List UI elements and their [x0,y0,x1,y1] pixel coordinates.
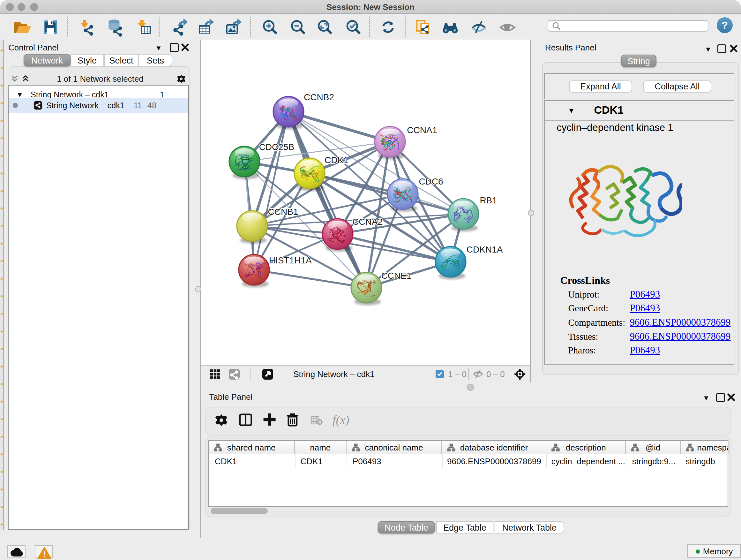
svg-text:CDK1: CDK1 [325,155,348,165]
svg-text:CCNA1: CCNA1 [407,125,437,135]
svg-text:CDC25B: CDC25B [259,142,294,152]
svg-text:CDKN1A: CDKN1A [467,245,503,254]
svg-text:CCNE1: CCNE1 [381,271,411,281]
svg-text:1 – 0: 1 – 0 [448,369,467,379]
svg-text:CCNB1: CCNB1 [268,207,298,217]
svg-text:CCNA2: CCNA2 [352,217,383,227]
svg-text:f(x): f(x) [333,413,349,427]
svg-text:HIST1H1A: HIST1H1A [269,255,312,265]
svg-text:String Network – cdk1: String Network – cdk1 [293,369,374,379]
svg-text:CCNB2: CCNB2 [304,92,334,102]
svg-text:0 – 0: 0 – 0 [486,369,505,379]
svg-text:RB1: RB1 [480,195,497,205]
svg-text:CDC6: CDC6 [419,177,443,186]
